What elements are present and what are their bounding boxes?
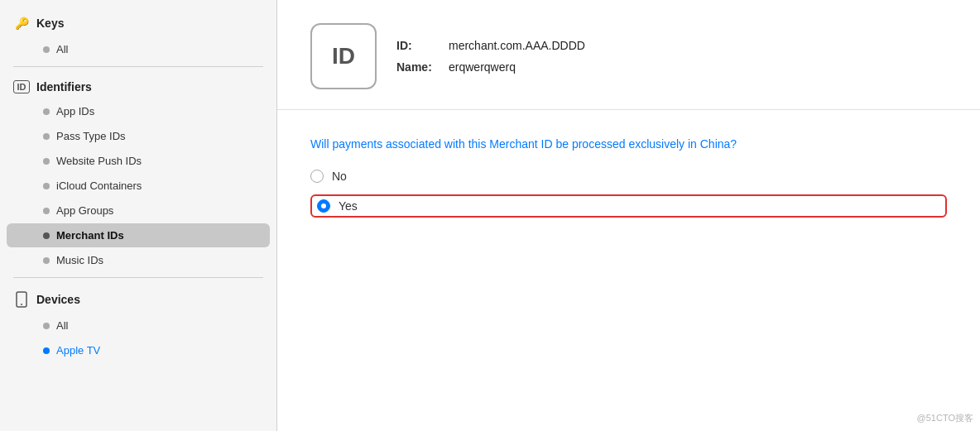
detail-header: ID ID: merchant.com.AAA.DDDD Name: erqwe…: [277, 0, 980, 110]
question-text: Will payments associated with this Merch…: [310, 136, 947, 153]
name-value: erqwerqwerq: [449, 60, 516, 74]
name-label: Name:: [396, 60, 442, 74]
sidebar-item-pass-type-ids[interactable]: Pass Type IDs: [7, 124, 270, 148]
sidebar-section-devices: Devices: [0, 283, 276, 313]
id-section-icon: ID: [13, 80, 30, 93]
sidebar-item-label: All: [56, 319, 68, 332]
sidebar-item-label: Merchant IDs: [56, 229, 124, 242]
id-icon-box: ID: [310, 23, 377, 89]
radio-option-no[interactable]: No: [310, 170, 947, 183]
sidebar-item-label: Website Push IDs: [56, 155, 142, 167]
sidebar-item-all-devices[interactable]: All: [7, 314, 270, 338]
divider-1: [13, 66, 263, 67]
sidebar-item-label: iCloud Containers: [56, 180, 142, 192]
radio-option-yes[interactable]: Yes: [317, 199, 358, 213]
yes-option-wrapper[interactable]: Yes: [310, 194, 947, 218]
sidebar-item-website-push-ids[interactable]: Website Push IDs: [7, 149, 270, 173]
dot-icon: [43, 133, 50, 140]
radio-group: No Yes: [310, 170, 947, 218]
sidebar-item-label: App Groups: [56, 204, 113, 217]
id-row: ID: merchant.com.AAA.DDDD: [396, 39, 585, 52]
svg-point-1: [21, 304, 22, 305]
sidebar-item-label: Pass Type IDs: [56, 130, 126, 142]
sidebar-item-label: Apple TV: [56, 344, 100, 357]
dot-icon: [43, 158, 50, 165]
dot-icon: [43, 323, 50, 329]
sidebar-item-apple-tv[interactable]: Apple TV: [7, 338, 270, 362]
device-icon: [13, 291, 30, 308]
sidebar-item-merchant-ids[interactable]: Merchant IDs: [7, 223, 270, 247]
watermark: @51CTO搜客: [917, 412, 973, 424]
identifiers-section-label: Identifiers: [36, 80, 92, 93]
name-row: Name: erqwerqwerq: [396, 60, 585, 74]
radio-circle-yes: [317, 199, 330, 213]
dot-icon: [43, 208, 50, 214]
devices-section-label: Devices: [36, 293, 80, 306]
divider-2: [13, 277, 263, 278]
main-content: ID ID: merchant.com.AAA.DDDD Name: erqwe…: [277, 0, 980, 431]
sidebar-item-label: All: [56, 43, 68, 55]
sidebar-section-keys: 🔑 Keys: [0, 7, 276, 36]
dot-icon: [43, 347, 50, 354]
sidebar-item-app-groups[interactable]: App Groups: [7, 199, 270, 223]
dot-icon: [43, 257, 50, 264]
sidebar-item-app-ids[interactable]: App IDs: [7, 99, 270, 123]
form-area: Will payments associated with this Merch…: [277, 110, 980, 244]
sidebar-item-label: Music IDs: [56, 254, 103, 266]
radio-label-no: No: [332, 170, 347, 183]
dot-icon: [43, 183, 50, 189]
dot-icon: [43, 232, 50, 239]
id-value: merchant.com.AAA.DDDD: [449, 39, 585, 52]
sidebar: 🔑 Keys All ID Identifiers App IDs Pass T…: [0, 0, 277, 431]
radio-label-yes: Yes: [339, 199, 358, 213]
keys-section-label: Keys: [36, 17, 64, 30]
dot-icon: [43, 46, 50, 53]
sidebar-item-label: App IDs: [56, 105, 94, 117]
radio-circle-no: [310, 170, 324, 183]
id-icon-text: ID: [332, 43, 355, 69]
id-label: ID:: [396, 39, 442, 52]
dot-icon: [43, 108, 50, 115]
key-icon: 🔑: [13, 15, 30, 31]
sidebar-section-identifiers: ID Identifiers: [0, 72, 276, 98]
sidebar-item-all-keys[interactable]: All: [7, 37, 270, 61]
sidebar-item-music-ids[interactable]: Music IDs: [7, 248, 270, 272]
sidebar-item-icloud-containers[interactable]: iCloud Containers: [7, 174, 270, 198]
detail-info: ID: merchant.com.AAA.DDDD Name: erqwerqw…: [396, 39, 585, 74]
